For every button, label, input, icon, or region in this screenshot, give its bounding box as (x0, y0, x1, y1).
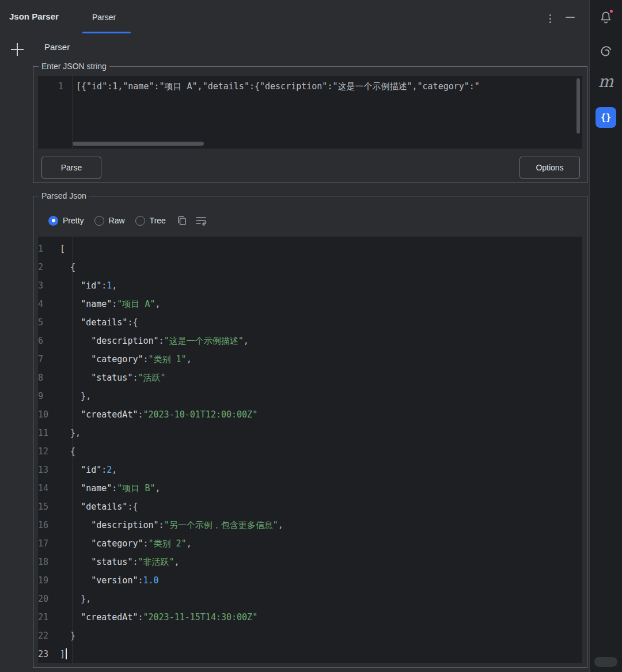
code-line: 5 "details":{ (38, 313, 582, 332)
code-line: 1[ (38, 240, 582, 258)
add-tab-icon[interactable] (11, 43, 24, 56)
code-line: 7 "category":"类别 1", (38, 350, 582, 369)
kebab-menu-icon[interactable] (547, 12, 553, 25)
code-line: 21 "createdAt":"2023-11-15T14:30:00Z" (38, 608, 582, 627)
radio-tree-icon (135, 216, 145, 226)
enter-json-group: Enter JSON string 1 [{"id":1,"name":"项目 … (33, 66, 587, 183)
code-line: 22 } (38, 627, 582, 645)
enter-json-legend: Enter JSON string (39, 62, 109, 71)
copy-icon[interactable] (176, 215, 188, 226)
app-title: Json Parser (9, 12, 59, 21)
code-line: 16 "description":"另一个示例，包含更多信息", (38, 516, 582, 534)
tab-parser[interactable]: Parser (92, 13, 116, 22)
view-mode-label: Tree (150, 216, 166, 225)
code-line: 13 "id":2, (38, 461, 582, 479)
code-line: 23] (38, 645, 582, 663)
code-line: 11 }, (38, 424, 582, 442)
code-line: 10 "createdAt":"2023-10-01T12:00:00Z" (38, 405, 582, 424)
radio-pretty-icon (48, 216, 58, 226)
parsed-json-legend: Parsed Json (39, 191, 89, 200)
code-line: 8 "status":"活跃" (38, 369, 582, 387)
gutter-divider (73, 76, 73, 149)
vertical-scrollbar[interactable] (577, 78, 580, 134)
horizontal-scrollbar[interactable] (73, 142, 204, 146)
view-mode-pretty[interactable]: Pretty (48, 216, 84, 226)
code-line: 18 "status":"非活跃", (38, 553, 582, 571)
json-parser-plugin-icon[interactable]: {} (596, 107, 616, 128)
right-tool-sidebar: m {} (589, 0, 622, 672)
code-line: 14 "name":"项目 B", (38, 479, 582, 498)
options-button[interactable]: Options (519, 157, 580, 179)
input-line-content: [{"id":1,"name":"项目 A","details":{"descr… (76, 79, 575, 93)
parse-button[interactable]: Parse (41, 157, 101, 179)
parsed-json-group: Parsed Json Pretty Raw Tree (33, 196, 587, 668)
watermark-badge (594, 657, 617, 667)
code-line: 2 { (38, 258, 582, 276)
minimize-icon[interactable] (566, 17, 575, 18)
code-line: 15 "details":{ (38, 498, 582, 516)
input-line-number: 1 (38, 79, 63, 93)
bell-icon[interactable] (598, 10, 613, 25)
code-line: 12 { (38, 442, 582, 461)
view-mode-label: Pretty (63, 216, 84, 225)
soft-wrap-icon[interactable] (195, 215, 207, 226)
code-line: 4 "name":"项目 A", (38, 295, 582, 313)
code-line: 9 }, (38, 387, 582, 405)
code-line: 20 }, (38, 590, 582, 608)
parsed-json-editor[interactable]: 1[2 {3 "id":1,4 "name":"项目 A",5 "details… (38, 237, 582, 663)
json-input-editor[interactable]: 1 [{"id":1,"name":"项目 A","details":{"des… (38, 76, 582, 149)
view-mode-group: Pretty Raw Tree (48, 215, 214, 226)
code-line: 3 "id":1, (38, 276, 582, 295)
code-line: 17 "category":"类别 2", (38, 534, 582, 553)
view-mode-tree[interactable]: Tree (135, 216, 166, 226)
notification-badge (609, 9, 614, 14)
code-line: 6 "description":"这是一个示例描述", (38, 332, 582, 350)
view-mode-raw[interactable]: Raw (94, 216, 125, 226)
tab-active-underline (82, 32, 131, 33)
text-caret (66, 648, 67, 659)
swirl-plugin-icon[interactable] (598, 44, 614, 62)
main-window: Json Parser Parser Parser Enter JSON str… (0, 0, 589, 672)
parsed-code-lines: 1[2 {3 "id":1,4 "name":"项目 A",5 "details… (38, 240, 582, 663)
view-mode-label: Raw (109, 216, 125, 225)
m-plugin-icon[interactable]: m (598, 73, 614, 91)
code-line: 19 "version":1.0 (38, 571, 582, 590)
toolwindow-tab-parser[interactable]: Parser (44, 42, 70, 52)
radio-raw-icon (94, 216, 104, 226)
